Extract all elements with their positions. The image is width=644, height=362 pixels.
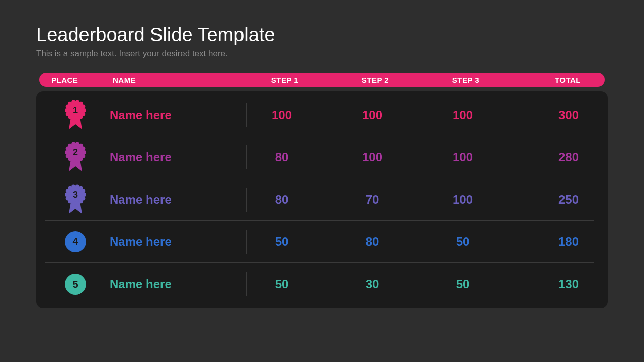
cell-step1: 50	[236, 277, 327, 291]
place-number: 3	[64, 190, 87, 200]
svg-point-41	[71, 184, 75, 188]
vertical-divider	[246, 145, 247, 169]
place-number: 2	[64, 147, 87, 158]
slide-subtitle: This is a sample text. Insert your desir…	[36, 49, 608, 59]
svg-point-19	[75, 158, 79, 162]
cell-place: 4	[45, 231, 106, 252]
cell-name: Name here	[106, 193, 236, 207]
col-header-place: PLACE	[48, 76, 109, 84]
table-row: 5 Name here 50 30 50 130	[45, 263, 594, 305]
col-header-step2: STEP 2	[330, 76, 421, 84]
cell-place: 5	[45, 274, 106, 295]
place-circle: 4	[65, 231, 86, 252]
vertical-divider	[246, 103, 247, 127]
cell-place: 2	[45, 141, 106, 173]
cell-step3: 100	[418, 108, 508, 122]
cell-step2: 100	[327, 150, 418, 164]
leaderboard-table: 1 Name here 100 100 100 300 2 Name here …	[36, 91, 608, 308]
place-number: 4	[72, 236, 78, 247]
cell-step1: 80	[236, 150, 327, 164]
col-header-step3: STEP 3	[421, 76, 511, 84]
svg-point-11	[71, 100, 75, 104]
svg-point-20	[71, 158, 75, 162]
cell-total: 180	[508, 235, 594, 249]
vertical-divider	[246, 188, 247, 212]
cell-total: 280	[508, 150, 594, 164]
table-header: PLACE NAME STEP 1 STEP 2 STEP 3 TOTAL	[39, 73, 605, 87]
place-number: 5	[72, 279, 78, 290]
place-circle: 5	[65, 274, 86, 295]
svg-point-27	[75, 142, 79, 146]
cell-step2: 70	[327, 193, 418, 207]
svg-point-4	[75, 116, 79, 120]
cell-step1: 50	[236, 235, 327, 249]
table-row: 2 Name here 80 100 100 280	[45, 136, 594, 178]
svg-point-12	[75, 100, 79, 104]
cell-step2: 100	[327, 108, 418, 122]
table-row: 4 Name here 50 80 50 180	[45, 221, 594, 263]
cell-name: Name here	[106, 277, 236, 291]
cell-step3: 50	[418, 235, 508, 249]
slide-title: Leaderboard Slide Template	[36, 24, 608, 46]
cell-step1: 100	[236, 108, 327, 122]
place-number: 1	[64, 105, 87, 116]
table-row: 3 Name here 80 70 100 250	[45, 178, 594, 221]
col-header-step1: STEP 1	[239, 76, 330, 84]
cell-step2: 30	[327, 277, 418, 291]
vertical-divider	[246, 272, 247, 296]
cell-name: Name here	[106, 108, 236, 122]
svg-point-35	[71, 201, 75, 205]
cell-step3: 100	[418, 193, 508, 207]
cell-total: 250	[508, 193, 594, 207]
cell-total: 130	[508, 277, 594, 291]
cell-step3: 100	[418, 150, 508, 164]
col-header-total: TOTAL	[511, 76, 591, 84]
cell-name: Name here	[106, 235, 236, 249]
cell-total: 300	[508, 108, 594, 122]
vertical-divider	[246, 230, 247, 254]
svg-point-34	[75, 201, 79, 205]
ribbon-icon: 1	[64, 99, 87, 131]
cell-step2: 80	[327, 235, 418, 249]
cell-step3: 50	[418, 277, 508, 291]
ribbon-icon: 2	[64, 141, 87, 173]
col-header-name: NAME	[109, 76, 239, 84]
ribbon-icon: 3	[64, 184, 87, 216]
cell-place: 1	[45, 99, 106, 131]
svg-point-42	[75, 184, 79, 188]
cell-step1: 80	[236, 193, 327, 207]
cell-place: 3	[45, 184, 106, 216]
svg-point-26	[71, 142, 75, 146]
svg-point-5	[71, 116, 75, 120]
cell-name: Name here	[106, 150, 236, 164]
table-row: 1 Name here 100 100 100 300	[45, 94, 594, 136]
